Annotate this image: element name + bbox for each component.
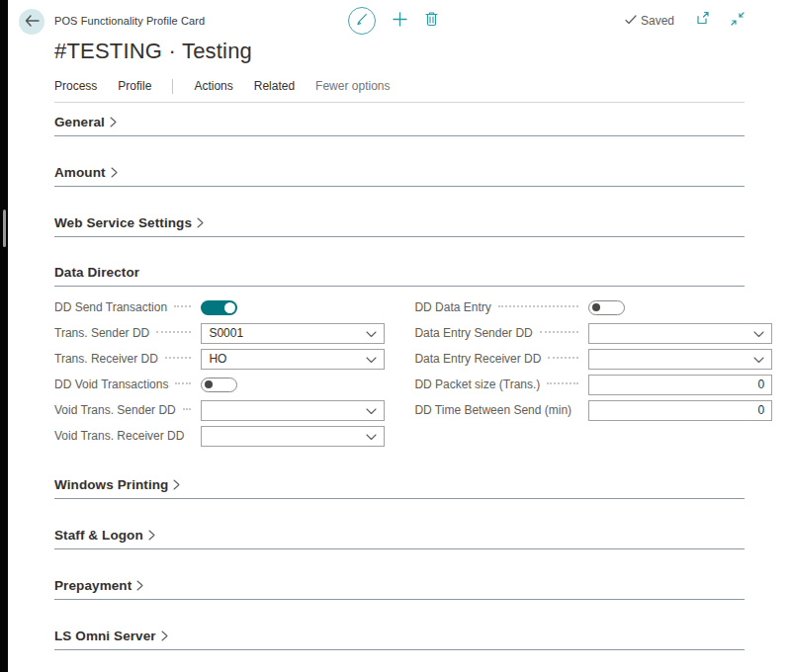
pencil-icon [355, 12, 369, 30]
section-title-amount: Amount [54, 165, 106, 181]
collapse-arrows-icon [731, 12, 745, 30]
tab-process[interactable]: Process [54, 79, 97, 94]
dd-send-transaction-toggle[interactable] [201, 300, 237, 315]
checkmark-icon [625, 14, 637, 28]
expand-chevron-icon [110, 115, 117, 130]
expand-chevron-icon [173, 477, 180, 493]
dd-time-between-send-min-input[interactable]: 0 [588, 400, 772, 421]
back-button[interactable] [19, 9, 44, 35]
field-control-data-entry-receiver-dd [588, 349, 772, 370]
field-row-trans-receiver-dd: Trans. Receiver DDHO [54, 346, 385, 372]
plus-icon [393, 12, 407, 31]
section-windows-printing: Windows Printing [54, 476, 745, 499]
expand-chevron-icon [148, 528, 155, 544]
trans-receiver-dd-value: HO [209, 352, 366, 366]
section-header-windows-printing[interactable]: Windows Printing [54, 476, 745, 499]
section-title-ls-omni-server: LS Omni Server [54, 629, 156, 644]
field-label-dd-time-between-send-min: DD Time Between Send (min) [414, 403, 571, 417]
tab-fewer-options[interactable]: Fewer options [315, 79, 390, 94]
trash-icon [424, 11, 439, 31]
field-control-void-trans-sender-dd [201, 400, 385, 421]
section-header-amount[interactable]: Amount [54, 164, 745, 187]
dotted-leader [548, 357, 578, 359]
expand-chevron-icon [111, 165, 118, 181]
tab-related[interactable]: Related [254, 79, 295, 94]
section-staff-logon: Staff & Logon [54, 527, 745, 549]
data-entry-sender-dd-dropdown[interactable] [588, 323, 772, 344]
section-header-general[interactable]: General [54, 114, 745, 136]
edit-button[interactable] [348, 7, 376, 35]
dd-packet-size-trans-input[interactable]: 0 [588, 375, 772, 395]
scrollbar-thumb[interactable] [3, 210, 6, 247]
field-control-trans-sender-dd: S0001 [201, 323, 385, 344]
chevron-down-icon [753, 350, 764, 368]
toggle-knob [224, 302, 235, 313]
dotted-leader [547, 382, 578, 384]
field-row-dd-packet-size-trans: DD Packet size (Trans.)0 [414, 372, 772, 397]
open-in-new-window-button[interactable] [695, 11, 710, 30]
section-title-staff-logon: Staff & Logon [54, 528, 143, 544]
field-label-dd-void-transactions: DD Void Transactions [54, 378, 168, 391]
dd-time-between-send-min-value: 0 [757, 403, 764, 417]
pos-functionality-profile-card-page: POS Functionality Profile Card [8, 0, 791, 672]
chevron-down-icon [753, 324, 764, 342]
dd-data-entry-toggle[interactable] [588, 300, 625, 315]
dotted-leader [175, 382, 191, 384]
field-row-void-trans-receiver-dd: Void Trans. Receiver DD [54, 423, 385, 449]
dotted-leader [156, 331, 191, 333]
delete-button[interactable] [424, 11, 439, 31]
void-trans-sender-dd-dropdown[interactable] [201, 400, 385, 421]
field-label-dd-data-entry: DD Data Entry [414, 300, 490, 314]
chevron-down-icon [366, 401, 377, 419]
action-tabs: ProcessProfileActionsRelatedFewer option… [54, 79, 745, 103]
new-button[interactable] [393, 12, 407, 31]
expand-chevron-icon [161, 629, 168, 644]
field-label-data-entry-receiver-dd: Data Entry Receiver DD [414, 352, 541, 366]
field-control-dd-time-between-send-min: 0 [588, 400, 772, 421]
field-control-dd-packet-size-trans: 0 [588, 375, 772, 395]
section-header-ls-omni-server[interactable]: LS Omni Server [54, 628, 745, 650]
trans-sender-dd-dropdown[interactable]: S0001 [201, 323, 385, 344]
section-header-prepayment[interactable]: Prepayment [54, 577, 745, 600]
breadcrumb[interactable]: POS Functionality Profile Card [54, 15, 205, 27]
field-label-data-entry-sender-dd: Data Entry Sender DD [414, 326, 532, 340]
window-status-bar: Saved [625, 11, 745, 30]
tab-profile[interactable]: Profile [118, 79, 151, 94]
expand-chevron-icon [197, 215, 204, 231]
section-title-windows-printing: Windows Printing [54, 477, 168, 493]
dd-void-transactions-toggle[interactable] [201, 378, 237, 392]
field-row-data-entry-sender-dd: Data Entry Sender DD [414, 320, 772, 346]
section-ls-omni-server: LS Omni Server [54, 628, 745, 650]
toggle-knob [205, 380, 213, 388]
trans-sender-dd-value: S0001 [209, 326, 366, 340]
field-label-void-trans-receiver-dd: Void Trans. Receiver DD [54, 429, 184, 443]
field-row-dd-time-between-send-min: DD Time Between Send (min)0 [414, 397, 772, 423]
toggle-knob [592, 303, 600, 311]
section-header-web-service-settings[interactable]: Web Service Settings [54, 214, 745, 237]
save-status: Saved [625, 14, 674, 28]
section-general: General [54, 114, 745, 136]
data-entry-receiver-dd-dropdown[interactable] [588, 349, 772, 370]
section-header-data-director[interactable]: Data Director [54, 265, 745, 287]
field-row-dd-void-transactions: DD Void Transactions [54, 372, 385, 397]
page-title: #TESTING · Testing [54, 38, 745, 65]
dotted-leader [540, 331, 578, 333]
app-window: POS Functionality Profile Card [0, 0, 791, 672]
chevron-down-icon [366, 427, 377, 445]
section-prepayment: Prepayment [54, 577, 745, 600]
field-row-trans-sender-dd: Trans. Sender DDS0001 [54, 320, 385, 346]
field-label-dd-send-transaction: DD Send Transaction [54, 300, 167, 314]
section-header-staff-logon[interactable]: Staff & Logon [54, 527, 745, 549]
back-arrow-icon [25, 13, 40, 31]
focus-mode-button[interactable] [731, 12, 745, 30]
expand-chevron-icon [136, 578, 143, 594]
field-control-data-entry-sender-dd [588, 323, 772, 344]
field-row-dd-send-transaction: DD Send Transaction [54, 294, 385, 320]
field-control-trans-receiver-dd: HO [201, 349, 385, 370]
trans-receiver-dd-dropdown[interactable]: HO [201, 349, 385, 370]
section-title-prepayment: Prepayment [54, 578, 132, 594]
tab-divider [172, 79, 173, 94]
section-data-director: Data DirectorDD Send TransactionTrans. S… [54, 265, 745, 449]
tab-actions[interactable]: Actions [194, 79, 232, 94]
void-trans-receiver-dd-dropdown[interactable] [201, 426, 385, 447]
